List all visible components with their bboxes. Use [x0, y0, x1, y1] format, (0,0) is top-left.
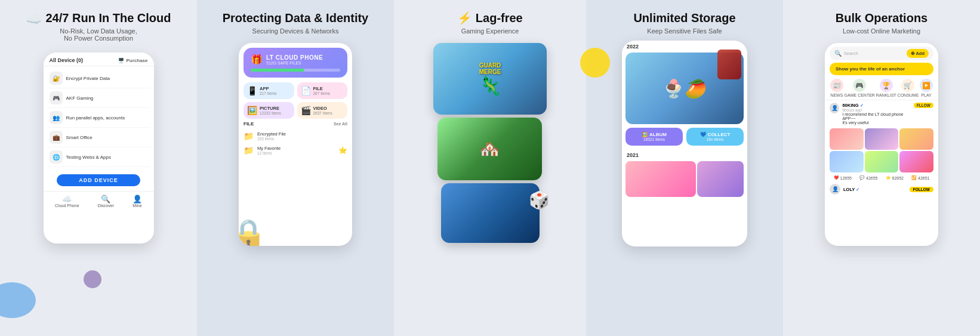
- file-card-video[interactable]: 🎬 VIDEO 2637 Items: [297, 102, 348, 119]
- progress-fill: [251, 69, 304, 72]
- decorative-blob-blue: [0, 282, 36, 318]
- cloud-card: 🎁 LT CLOUD PHONE 512G SAFE FILES: [244, 48, 347, 78]
- photo-item: [830, 151, 864, 172]
- storage-actions: 🖼️ ALBUM 16321 Items 💙 COLLECT 16n Items: [622, 124, 747, 149]
- list-item: 🌐 Testing Webs & Apps: [47, 147, 150, 167]
- add-device-button[interactable]: ADD DEVICE: [57, 174, 140, 186]
- list-item: 🔐 Encrypt Private Data: [47, 69, 150, 88]
- dice-icon: 🎲: [529, 190, 550, 210]
- cloud-card-title: LT CLOUD PHONE: [266, 54, 323, 61]
- user-avatar: 👤: [830, 103, 839, 113]
- year-2021: 2021: [622, 149, 747, 161]
- nav-news[interactable]: 📰 NEWS: [830, 79, 843, 97]
- banner: Show you the life of an anchor: [830, 63, 933, 75]
- section-protect: Protecting Data & Identity Securing Devi…: [197, 0, 394, 336]
- photo-item: [865, 151, 899, 172]
- s5-subtitle: Low-cost Online Marketing: [843, 27, 920, 35]
- phone-mockup-2: 🎁 LT CLOUD PHONE 512G SAFE FILES 📱 APP 2…: [239, 43, 352, 246]
- nav-mine[interactable]: 👤 Mine: [132, 195, 142, 208]
- phone-nav-1: ☁️ Cloud Phone 🔍 Discover 👤 Mine: [44, 191, 154, 209]
- s3-subtitle: Gaming Experience: [461, 27, 519, 35]
- add-badge[interactable]: ⊕ Add: [907, 49, 929, 58]
- file-card-file[interactable]: 📄 FILE 267 Items: [297, 82, 348, 99]
- nav-ranklist[interactable]: 🏆 RANKLIST: [876, 79, 896, 97]
- post-stats: ❤️12655 💬42655 ⭐62652 🔁42651: [825, 174, 938, 182]
- nav-consume[interactable]: 🛒 CONSUME: [898, 79, 919, 97]
- section-cloud: ☁️ 24/7 Run In The Cloud No-Risk, Low Da…: [0, 0, 197, 336]
- game-screens-stack: GUARD MERGE 🦎 🏘️ 🎲: [430, 43, 550, 246]
- progress-bar: [251, 69, 340, 72]
- s1-title: 24/7 Run In The Cloud: [45, 11, 171, 25]
- file-row-encrypted[interactable]: 📁 Encrypted File 193 items: [239, 129, 352, 143]
- nav-discover[interactable]: 🔍 Discover: [98, 195, 114, 208]
- s4-subtitle: Keep Sensitive Files Safe: [647, 27, 722, 35]
- list-item: 👥 Run parallel apps, accounts: [47, 108, 150, 128]
- nav-cloud-phone[interactable]: ☁️ Cloud Phone: [55, 195, 79, 208]
- game-screen-top: GUARD MERGE 🦎: [433, 43, 547, 115]
- s2-title: Protecting Data & Identity: [223, 11, 368, 25]
- photo-item: [830, 128, 864, 150]
- game-screen-middle: 🏘️: [437, 118, 542, 180]
- list-item: 💼 Smart Office: [47, 128, 150, 147]
- nav-play[interactable]: ▶️ PLAY: [920, 79, 933, 97]
- photo-grid: [825, 127, 938, 174]
- file-grid: 📱 APP 217 Items 📄 FILE 267 Items 🖼️ PICT…: [239, 82, 352, 119]
- photo-item: [899, 128, 933, 150]
- section-bulk: Bulk Operations Low-cost Online Marketin…: [783, 0, 980, 336]
- gold-circle-decor: [580, 48, 610, 78]
- s5-title: Bulk Operations: [836, 11, 927, 25]
- file-card-app[interactable]: 📱 APP 217 Items: [244, 82, 294, 99]
- file-row-favorite[interactable]: 📁 My Favorite 12 items ⭐: [239, 143, 352, 158]
- decorative-blob-purple: [84, 270, 101, 288]
- lag-free-icon: ⚡: [457, 11, 472, 24]
- cloud-icon: ☁️: [26, 11, 42, 27]
- nav-game-center[interactable]: 🎮 GAME CENTER: [845, 79, 875, 97]
- file-section-header: FILE See All: [239, 119, 352, 129]
- user-comment: 👤 60KING ✓ 6hours ago I recommend the LT…: [825, 100, 938, 127]
- section-storage: Unlimited Storage Keep Sensitive Files S…: [586, 0, 783, 336]
- follow-button[interactable]: FLLOW: [914, 103, 933, 108]
- bottom-user: 👤 LOLY ✓ FOLLOW: [825, 182, 938, 196]
- phone-mockup-1: All Device (0) 🖥️ Purchase 🔐 Encrypt Pri…: [44, 53, 154, 243]
- photo-item: [865, 128, 899, 150]
- section-gaming: ⚡ Lag-free Gaming Experience GUARD MERGE…: [394, 0, 586, 336]
- cloud-card-sub: 512G SAFE FILES: [266, 61, 323, 65]
- s2-subtitle: Securing Devices & Networks: [252, 27, 339, 35]
- list-item: 🎮 AKF Gaming: [47, 88, 150, 108]
- photo-item: [899, 151, 933, 172]
- phone-header-1: All Device (0) 🖥️ Purchase: [44, 53, 154, 66]
- search-placeholder: Search: [844, 51, 858, 56]
- s5-nav-icons: 📰 NEWS 🎮 GAME CENTER 🏆 RANKLIST 🛒 CONSUM…: [825, 76, 938, 100]
- collect-button[interactable]: 💙 COLLECT 16n Items: [686, 128, 744, 146]
- s1-subtitle: No-Risk, Low Data Usage, No Power Consum…: [60, 27, 137, 42]
- album-button[interactable]: 🖼️ ALBUM 16321 Items: [625, 128, 683, 146]
- file-card-picture[interactable]: 🖼️ PICTURE 12232 Items: [244, 102, 294, 119]
- phone-mockup-5: 🔍 Search ⊕ Add Show you the life of an a…: [825, 43, 938, 246]
- lock-icon: 🔒: [239, 217, 267, 246]
- phone-list-1: 🔐 Encrypt Private Data 🎮 AKF Gaming 👥 Ru…: [44, 66, 154, 169]
- phone-mockup-4: 2022 🍨🥭 🖼️ ALBUM 16321 Items 💙 COLLECT: [622, 41, 747, 246]
- s4-title: Unlimited Storage: [633, 11, 735, 25]
- s3-title: ⚡ Lag-free: [457, 11, 522, 25]
- search-icon-s5: 🔍: [834, 50, 842, 57]
- game-screen-bottom: [441, 183, 540, 243]
- comment-text: I recommend the LT cloud phone APP~~it's…: [842, 112, 911, 125]
